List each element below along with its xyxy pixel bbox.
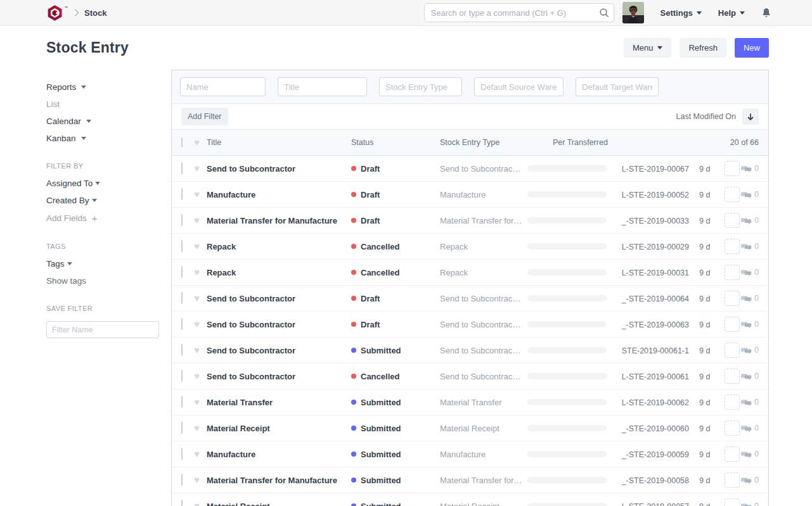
like-heart-icon[interactable]: ♥ — [194, 474, 200, 485]
like-filter-heart-icon[interactable]: ♥ — [194, 137, 200, 148]
assign-to-button[interactable] — [725, 265, 740, 280]
like-heart-icon[interactable]: ♥ — [194, 215, 200, 225]
search-input[interactable] — [424, 3, 614, 22]
menu-button[interactable]: Menu — [624, 38, 672, 58]
assign-to-button[interactable] — [725, 369, 740, 384]
like-heart-icon[interactable]: ♥ — [194, 241, 200, 251]
like-heart-icon[interactable]: ♥ — [194, 448, 200, 459]
like-heart-icon[interactable]: ♥ — [194, 370, 200, 381]
assign-to-button[interactable] — [725, 395, 740, 410]
new-button[interactable]: New — [735, 38, 769, 58]
assign-to-button[interactable] — [725, 343, 740, 358]
like-heart-icon[interactable]: ♥ — [194, 319, 200, 329]
row-checkbox[interactable] — [181, 370, 183, 382]
list-row[interactable]: ♥ Repack Cancelled Repack L-STE-2019-000… — [172, 234, 768, 260]
row-checkbox[interactable] — [181, 266, 183, 278]
assign-to-button[interactable] — [725, 213, 740, 228]
sidebar-item-reports[interactable]: Reports — [46, 82, 162, 92]
like-heart-icon[interactable]: ♥ — [194, 422, 200, 433]
sidebar-item-show-tags[interactable]: Show tags — [46, 276, 162, 286]
filter-input-stock-entry-type[interactable] — [379, 77, 462, 96]
list-row[interactable]: ♥ Material Transfer Submitted Material T… — [172, 389, 768, 415]
user-avatar[interactable] — [622, 2, 644, 23]
row-title-link[interactable]: Material Transfer — [207, 398, 273, 407]
assign-to-button[interactable] — [725, 446, 740, 462]
filter-input-name[interactable] — [180, 77, 266, 96]
row-title-link[interactable]: Send to Subcontractor — [207, 320, 295, 329]
list-row[interactable]: ♥ Send to Subcontractor Submitted Send t… — [172, 338, 768, 364]
row-checkbox[interactable] — [181, 396, 183, 408]
filter-input-title[interactable] — [278, 77, 367, 96]
row-title-link[interactable]: Send to Subcontractor — [207, 294, 295, 303]
assign-to-button[interactable] — [725, 291, 740, 306]
assign-to-button[interactable] — [725, 239, 740, 254]
row-title-link[interactable]: Send to Subcontractor — [207, 346, 295, 355]
row-checkbox[interactable] — [181, 448, 183, 460]
sidebar-item-kanban[interactable]: Kanban — [46, 134, 162, 143]
like-heart-icon[interactable]: ♥ — [194, 345, 200, 355]
sidebar-item-add-fields[interactable]: Add Fields + — [46, 213, 162, 224]
sort-direction-button[interactable] — [742, 108, 759, 125]
sidebar-item-list[interactable]: List — [46, 99, 162, 109]
list-row[interactable]: ♥ Send to Subcontractor Draft Send to Su… — [172, 286, 768, 312]
like-heart-icon[interactable]: ♥ — [194, 293, 200, 303]
row-title-link[interactable]: Send to Subcontractor — [207, 164, 295, 174]
list-row[interactable]: ♥ Send to Subcontractor Draft Send to Su… — [172, 312, 768, 338]
like-heart-icon[interactable]: ♥ — [194, 189, 200, 199]
assign-to-button[interactable] — [725, 187, 740, 202]
like-heart-icon[interactable]: ♥ — [194, 267, 200, 277]
list-row[interactable]: ♥ Send to Subcontractor Cancelled Send t… — [172, 364, 768, 389]
row-checkbox[interactable] — [181, 214, 183, 226]
like-heart-icon[interactable]: ♥ — [194, 500, 200, 506]
like-heart-icon[interactable]: ♥ — [194, 396, 200, 407]
help-menu[interactable]: Help — [718, 8, 745, 18]
row-checkbox[interactable] — [181, 240, 183, 252]
filter-input-default-source-warehouse[interactable] — [474, 77, 564, 96]
refresh-button[interactable]: Refresh — [680, 38, 726, 58]
row-title-link[interactable]: Material Receipt — [207, 424, 270, 433]
filter-input-default-target-warehouse[interactable] — [576, 77, 659, 96]
list-row[interactable]: ♥ Material Transfer for Manufacture Draf… — [172, 208, 768, 234]
breadcrumb[interactable]: Stock — [84, 8, 106, 18]
list-count[interactable]: 20 of 66 — [613, 138, 759, 147]
row-title-link[interactable]: Repack — [207, 268, 236, 277]
sidebar-item-created-by[interactable]: Created By — [46, 196, 162, 205]
row-checkbox[interactable] — [181, 474, 183, 486]
assign-to-button[interactable] — [725, 421, 740, 436]
add-filter-button[interactable]: Add Filter — [181, 108, 228, 125]
select-all-checkbox[interactable] — [181, 137, 183, 148]
list-row[interactable]: ♥ Material Transfer for Manufacture Subm… — [172, 467, 768, 493]
list-row[interactable]: ♥ Send to Subcontractor Draft Send to Su… — [172, 156, 768, 182]
row-title-link[interactable]: Repack — [207, 242, 236, 251]
row-checkbox[interactable] — [181, 344, 183, 356]
row-checkbox[interactable] — [181, 162, 183, 174]
sidebar-item-tags[interactable]: Tags — [46, 259, 162, 269]
row-title-link[interactable]: Material Receipt — [207, 502, 270, 506]
list-row[interactable]: ♥ Repack Cancelled Repack L-STE-2019-000… — [172, 260, 768, 286]
app-logo[interactable]: ™ — [46, 4, 68, 22]
row-checkbox[interactable] — [181, 292, 183, 304]
sort-by-label[interactable]: Last Modified On — [676, 112, 737, 121]
filter-name-input[interactable] — [46, 321, 159, 338]
list-row[interactable]: ♥ Manufacture Draft Manufacture L-STE-20… — [172, 182, 768, 208]
row-title-link[interactable]: Send to Subcontractor — [207, 372, 295, 381]
assign-to-button[interactable] — [725, 317, 740, 332]
like-heart-icon[interactable]: ♥ — [194, 163, 200, 174]
list-row[interactable]: ♥ Material Receipt Submitted Material Re… — [172, 415, 768, 441]
list-row[interactable]: ♥ Manufacture Submitted Manufacture _-ST… — [172, 441, 768, 467]
row-checkbox[interactable] — [181, 500, 183, 506]
row-checkbox[interactable] — [181, 318, 183, 330]
notifications-bell-icon[interactable] — [761, 8, 771, 18]
sidebar-item-calendar[interactable]: Calendar — [46, 117, 162, 126]
assign-to-button[interactable] — [725, 472, 740, 488]
row-checkbox[interactable] — [181, 188, 183, 200]
row-title-link[interactable]: Material Transfer for Manufacture — [207, 216, 337, 225]
settings-menu[interactable]: Settings — [661, 8, 702, 18]
row-checkbox[interactable] — [181, 422, 183, 434]
row-title-link[interactable]: Manufacture — [207, 450, 255, 459]
row-title-link[interactable]: Manufacture — [207, 190, 255, 199]
list-row[interactable]: ♥ Material Receipt Submitted Material Re… — [172, 493, 768, 506]
row-title-link[interactable]: Material Transfer for Manufacture — [207, 476, 337, 485]
sidebar-item-assigned-to[interactable]: Assigned To — [46, 179, 162, 188]
assign-to-button[interactable] — [725, 161, 740, 176]
